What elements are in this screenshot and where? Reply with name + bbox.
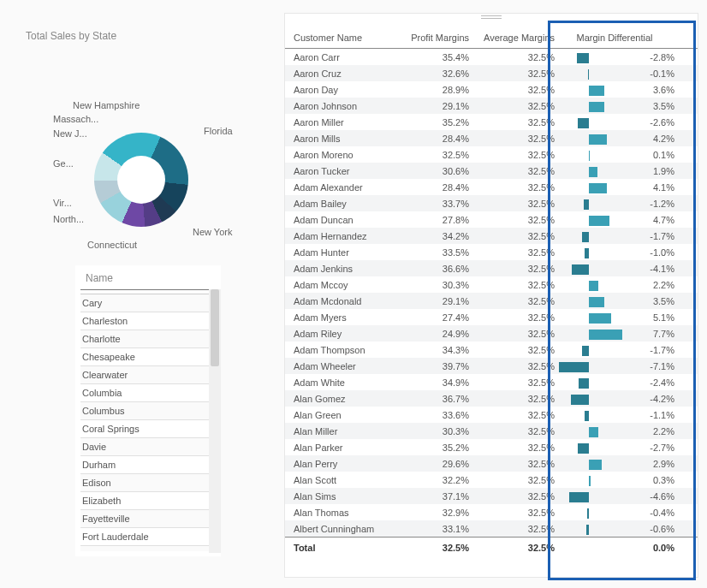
- data-table[interactable]: Customer Name Profit Margins Average Mar…: [284, 13, 698, 578]
- cell-profit-margin: 32.9%: [396, 508, 469, 518]
- table-row[interactable]: Adam Alexander28.4%32.5%4.1%: [285, 179, 698, 195]
- slicer-item[interactable]: Fayetteville: [80, 510, 216, 528]
- scrollbar-thumb[interactable]: [211, 289, 219, 366]
- table-row[interactable]: Aaron Cruz32.6%32.5%-0.1%: [285, 65, 698, 81]
- cell-bar: [555, 133, 623, 145]
- cell-profit-margin: 30.3%: [396, 280, 469, 290]
- cell-average-margin: 32.5%: [469, 459, 555, 469]
- cell-margin-diff: 5.1%: [623, 312, 674, 323]
- cell-name: Adam Wheeler: [294, 361, 396, 371]
- slicer-item[interactable]: Clearwater: [80, 366, 216, 384]
- slicer-item[interactable]: Elizabeth: [80, 492, 216, 510]
- table-row[interactable]: Adam Bailey33.7%32.5%-1.2%: [285, 195, 698, 211]
- donut-label: New J...: [53, 128, 87, 139]
- cell-average-margin: 32.5%: [469, 361, 555, 371]
- cell-margin-diff: 3.6%: [623, 85, 674, 95]
- cell-name: Adam Mccoy: [294, 280, 396, 290]
- cell-bar: [555, 100, 623, 112]
- slicer-item[interactable]: Columbus: [80, 402, 216, 420]
- cell-profit-margin: 24.9%: [396, 329, 469, 339]
- cell-profit-margin: 29.1%: [396, 101, 469, 111]
- cell-margin-diff: 3.5%: [623, 101, 674, 111]
- cell-margin-diff: -2.6%: [623, 117, 674, 128]
- table-total-row: Total 32.5% 32.5% 0.0%: [285, 537, 698, 560]
- cell-bar: [555, 312, 623, 324]
- total-pm: 32.5%: [396, 543, 469, 555]
- cell-bar: [555, 214, 623, 226]
- table-row[interactable]: Alan Parker35.2%32.5%-2.7%: [285, 439, 698, 455]
- table-row[interactable]: Adam Thompson34.3%32.5%-1.7%: [285, 342, 698, 358]
- cell-bar: [555, 84, 623, 96]
- table-row[interactable]: Adam Myers27.4%32.5%5.1%: [285, 309, 698, 325]
- slicer-item[interactable]: Durham: [80, 456, 216, 474]
- table-row[interactable]: Aaron Moreno32.5%32.5%0.1%: [285, 146, 698, 163]
- slicer-item[interactable]: Columbia: [80, 384, 216, 402]
- table-row[interactable]: Adam Jenkins36.6%32.5%-4.1%: [285, 260, 698, 276]
- col-profit-margins[interactable]: Profit Margins: [396, 33, 469, 43]
- table-row[interactable]: Adam Mccoy30.3%32.5%2.2%: [285, 276, 698, 293]
- col-customer-name[interactable]: Customer Name: [294, 33, 396, 43]
- table-row[interactable]: Alan Scott32.2%32.5%0.3%: [285, 472, 698, 488]
- cell-name: Aaron Tucker: [294, 166, 396, 176]
- cell-margin-diff: 0.1%: [623, 150, 674, 160]
- cell-profit-margin: 33.5%: [396, 247, 469, 258]
- table-row[interactable]: Alan Green33.6%32.5%-1.1%: [285, 407, 698, 423]
- name-slicer[interactable]: Name CaryCharlestonCharlotteChesapeakeCl…: [75, 265, 221, 556]
- table-row[interactable]: Alan Thomas32.9%32.5%-0.4%: [285, 504, 698, 520]
- cell-average-margin: 32.5%: [469, 442, 555, 453]
- cell-bar: [555, 149, 623, 161]
- table-row[interactable]: Alan Gomez36.7%32.5%-4.2%: [285, 390, 698, 407]
- table-row[interactable]: Alan Miller30.3%32.5%2.2%: [285, 423, 698, 439]
- table-row[interactable]: Adam White34.9%32.5%-2.4%: [285, 374, 698, 390]
- cell-profit-margin: 33.7%: [396, 199, 469, 209]
- cell-bar: [555, 116, 623, 128]
- table-row[interactable]: Adam Mcdonald29.1%32.5%3.5%: [285, 293, 698, 309]
- cell-average-margin: 32.5%: [469, 150, 555, 160]
- donut-label: Massach...: [53, 114, 98, 124]
- donut-chart[interactable]: New HampshireMassach...New J...Ge...Vir.…: [26, 47, 248, 227]
- cell-profit-margin: 36.7%: [396, 394, 469, 404]
- table-row[interactable]: Alan Perry29.6%32.5%2.9%: [285, 455, 698, 472]
- slicer-item[interactable]: Chesapeake: [80, 348, 216, 366]
- table-row[interactable]: Adam Wheeler39.7%32.5%-7.1%: [285, 358, 698, 374]
- col-average-margins[interactable]: Average Margins: [469, 33, 555, 43]
- cell-profit-margin: 27.8%: [396, 215, 469, 225]
- cell-bar: [555, 507, 623, 519]
- cell-profit-margin: 32.5%: [396, 150, 469, 160]
- table-row[interactable]: Adam Riley24.9%32.5%7.7%: [285, 325, 698, 342]
- table-row[interactable]: Adam Hernandez34.2%32.5%-1.7%: [285, 228, 698, 244]
- cell-name: Alan Perry: [294, 459, 396, 469]
- cell-name: Adam Alexander: [294, 182, 396, 193]
- slicer-item[interactable]: Edison: [80, 474, 216, 492]
- table-row[interactable]: Alan Sims37.1%32.5%-4.6%: [285, 488, 698, 504]
- scrollbar[interactable]: [209, 289, 221, 553]
- table-row[interactable]: Aaron Mills28.4%32.5%4.2%: [285, 130, 698, 146]
- cell-profit-margin: 30.3%: [396, 426, 469, 437]
- slicer-item[interactable]: Coral Springs: [80, 420, 216, 438]
- table-row[interactable]: Aaron Johnson29.1%32.5%3.5%: [285, 98, 698, 114]
- cell-margin-diff: -4.6%: [623, 491, 674, 502]
- slicer-item[interactable]: Gainesville: [80, 546, 216, 551]
- total-md: 0.0%: [623, 543, 674, 555]
- slicer-item[interactable]: Fort Lauderdale: [80, 528, 216, 546]
- table-row[interactable]: Adam Hunter33.5%32.5%-1.0%: [285, 244, 698, 260]
- table-row[interactable]: Aaron Carr35.4%32.5%-2.8%: [285, 49, 698, 65]
- cell-bar: [555, 295, 623, 307]
- table-row[interactable]: Adam Duncan27.8%32.5%4.7%: [285, 211, 698, 228]
- donut-label: Ge...: [53, 158, 74, 169]
- drag-handle-icon[interactable]: [481, 15, 502, 19]
- table-row[interactable]: Aaron Day28.9%32.5%3.6%: [285, 81, 698, 98]
- slicer-item[interactable]: Charlotte: [80, 330, 216, 348]
- cell-name: Alan Gomez: [294, 394, 396, 404]
- col-margin-differential[interactable]: Margin Differential: [555, 33, 674, 43]
- slicer-item[interactable]: Davie: [80, 438, 216, 456]
- table-row[interactable]: Aaron Tucker30.6%32.5%1.9%: [285, 163, 698, 179]
- cell-name: Aaron Moreno: [294, 150, 396, 160]
- slicer-item[interactable]: Cary: [80, 294, 216, 312]
- table-row[interactable]: Albert Cunningham33.1%32.5%-0.6%: [285, 520, 698, 537]
- slicer-item[interactable]: Charleston: [80, 312, 216, 330]
- table-row[interactable]: Aaron Miller35.2%32.5%-2.6%: [285, 114, 698, 130]
- cell-average-margin: 32.5%: [469, 296, 555, 306]
- cell-profit-margin: 28.4%: [396, 182, 469, 193]
- cell-average-margin: 32.5%: [469, 345, 555, 355]
